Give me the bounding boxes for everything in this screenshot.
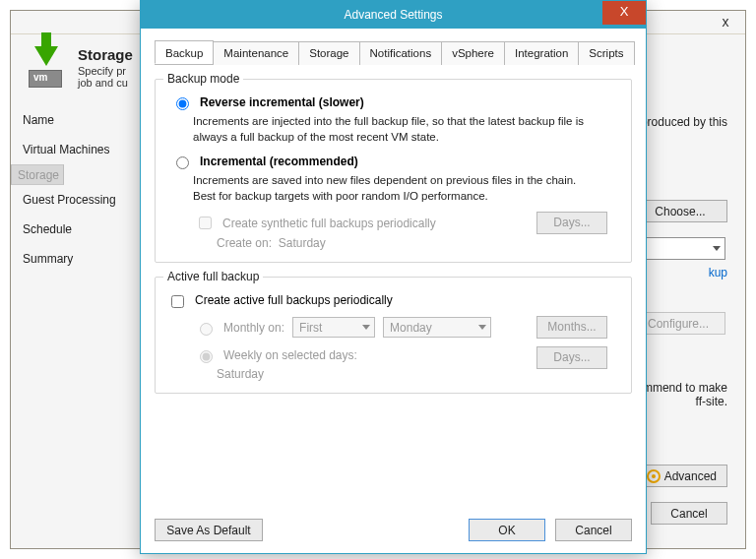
tab-backup[interactable]: Backup [155,40,214,64]
reverse-incremental-label: Reverse incremental (slower) [200,95,364,109]
tab-integration[interactable]: Integration [504,41,579,65]
months-button: Months... [536,316,607,339]
create-on-value: Saturday [279,236,326,250]
nav-virtual-machines[interactable]: Virtual Machines [11,135,148,164]
synthetic-days-button: Days... [536,212,607,234]
chevron-down-icon [713,246,721,251]
dialog-footer: Save As Default OK Cancel [155,519,632,541]
nav-storage[interactable]: Storage [11,164,64,185]
tab-scripts[interactable]: Scripts [578,41,634,65]
tab-maintenance[interactable]: Maintenance [213,41,299,65]
advanced-button-label: Advanced [664,469,717,483]
reverse-incremental-radio[interactable] [176,97,189,110]
create-active-full-label: Create active full backups periodically [195,293,393,307]
gear-icon [647,469,661,483]
monthly-ordinal-select: First [292,317,375,338]
storage-icon [25,46,70,92]
wizard-close-button[interactable]: x [706,11,745,34]
nav-guest-processing[interactable]: Guest Processing [11,185,148,215]
dialog-close-button[interactable]: X [602,1,646,25]
wizard-subtitle: Specify pr [70,65,133,77]
synthetic-label: Create synthetic full backups periodical… [222,217,436,230]
synthetic-checkbox [199,217,212,229]
advanced-button[interactable]: Advanced [636,465,727,487]
ok-button[interactable]: OK [469,519,545,541]
weekly-days-button: Days... [536,346,607,369]
incremental-desc: Increments are saved into new files depe… [193,173,587,204]
weekly-label: Weekly on selected days: [223,348,357,362]
create-on-label: Create on: [217,236,272,250]
backup-mode-group: Backup mode Reverse incremental (slower)… [155,79,632,263]
chevron-down-icon [478,325,486,330]
reverse-incremental-option[interactable]: Reverse incremental (slower) [171,95,619,110]
nav-schedule[interactable]: Schedule [11,215,148,244]
dialog-titlebar: Advanced Settings X [141,1,646,29]
dialog-tabs: Backup Maintenance Storage Notifications… [155,40,632,65]
weekly-value: Saturday [217,367,619,381]
close-icon: X [620,4,629,19]
tab-vsphere[interactable]: vSphere [441,41,505,65]
monthly-day-value: Monday [390,321,432,335]
reverse-incremental-desc: Increments are injected into the full ba… [193,114,587,145]
create-active-full-checkbox[interactable] [171,295,184,308]
save-as-default-button[interactable]: Save As Default [155,519,263,541]
dialog-title: Advanced Settings [344,8,442,22]
incremental-option[interactable]: Incremental (recommended) [171,155,619,169]
nav-name[interactable]: Name [11,105,148,135]
tab-storage[interactable]: Storage [298,41,359,65]
monthly-ordinal-value: First [299,321,322,335]
close-icon: x [723,14,729,30]
chevron-down-icon [362,325,370,330]
create-active-full-row[interactable]: Create active full backups periodically [167,293,619,311]
backup-mode-legend: Backup mode [163,72,243,86]
monthly-radio [200,323,213,336]
wizard-title: Storage [70,46,133,63]
active-full-legend: Active full backup [163,270,263,283]
tab-notifications[interactable]: Notifications [359,41,443,65]
incremental-label: Incremental (recommended) [200,155,358,168]
wizard-cancel-button[interactable]: Cancel [651,502,727,525]
nav-summary[interactable]: Summary [11,244,148,274]
wizard-nav: Name Virtual Machines Storage Guest Proc… [11,105,149,534]
cancel-button[interactable]: Cancel [555,519,632,541]
wizard-subtitle-2: job and cu [70,77,133,89]
monthly-label: Monthly on: [223,321,284,335]
choose-button[interactable]: Choose... [633,200,727,222]
weekly-radio [200,350,213,363]
advanced-settings-dialog: Advanced Settings X Backup Maintenance S… [140,0,647,554]
monthly-day-select: Monday [383,317,491,338]
active-full-group: Active full backup Create active full ba… [155,277,632,394]
incremental-radio[interactable] [176,156,189,169]
